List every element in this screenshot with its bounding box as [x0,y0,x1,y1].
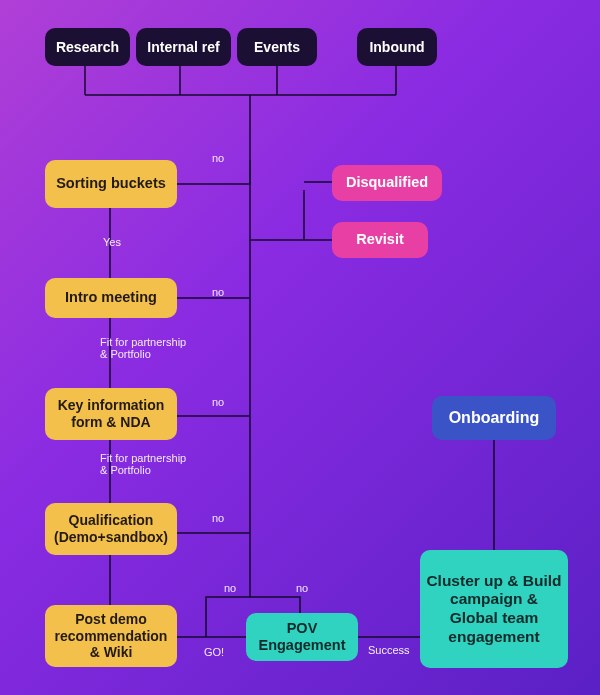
label-no-5: no [224,582,236,594]
stage-sorting-buckets: Sorting buckets [45,160,177,208]
label-no-3: no [212,396,224,408]
source-research: Research [45,28,130,66]
result-revisit: Revisit [332,222,428,258]
stage-onboarding: Onboarding [432,396,556,440]
label-fit-2: Fit for partnership & Portfolio [100,452,186,476]
stage-qualification: Qualification (Demo+sandbox) [45,503,177,555]
stage-pov-engagement: POV Engagement [246,613,358,661]
flowchart-canvas: Research Internal ref Events Inbound Sor… [0,0,600,695]
label-no-4: no [212,512,224,524]
source-internal-ref: Internal ref [136,28,231,66]
stage-intro-meeting: Intro meeting [45,278,177,318]
source-events: Events [237,28,317,66]
stage-post-demo: Post demo recommendation & Wiki [45,605,177,667]
stage-key-information: Key information form & NDA [45,388,177,440]
label-go: GO! [204,646,224,658]
label-fit-1: Fit for partnership & Portfolio [100,336,186,360]
result-disqualified: Disqualified [332,165,442,201]
source-inbound: Inbound [357,28,437,66]
label-yes: Yes [103,236,121,248]
label-no-2: no [212,286,224,298]
label-no-1: no [212,152,224,164]
label-success: Success [368,644,410,656]
label-no-6: no [296,582,308,594]
stage-cluster-build: Cluster up & Build campaign & Global tea… [420,550,568,668]
